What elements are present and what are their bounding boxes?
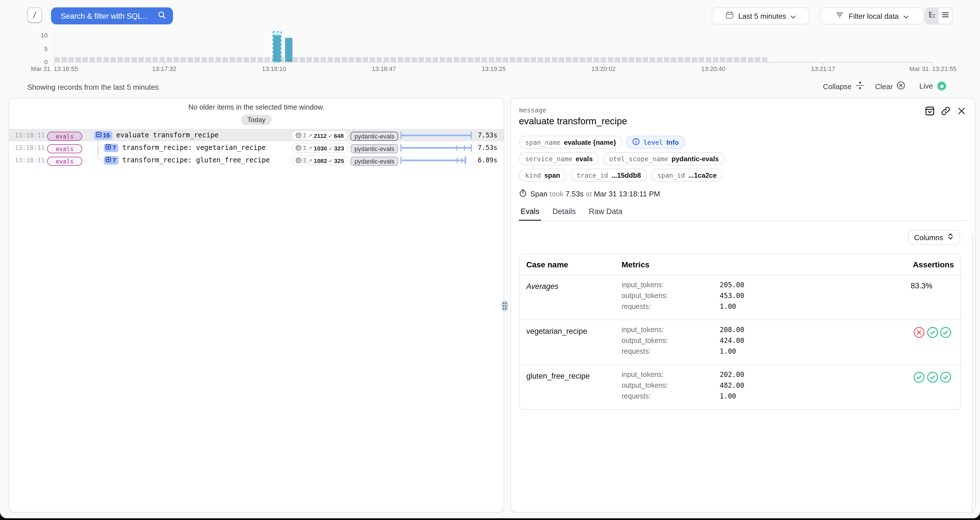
close-detail-button[interactable]	[956, 107, 966, 117]
no-older-items-notice: No older items in the selected time wind…	[9, 103, 504, 111]
arrow-up-right-icon: ↗	[308, 158, 312, 163]
duration-bar-tick	[461, 158, 463, 163]
duration-bar-tick	[464, 145, 465, 150]
tree-connector	[97, 153, 102, 160]
metric-value: 453.00	[720, 292, 745, 300]
columns-button[interactable]: Columns	[908, 230, 960, 245]
detail-scrollbar[interactable]	[972, 234, 973, 513]
tab-evals[interactable]: Evals	[519, 207, 541, 220]
tab-raw-data[interactable]: Raw Data	[587, 207, 624, 220]
trace-row[interactable]: 13:18:11evals7transform_recipe: gluten_f…	[9, 154, 504, 166]
clear-label: Clear	[875, 82, 892, 91]
case-name: Averages	[526, 281, 622, 313]
stats-column: Σ↗1082↙325	[291, 155, 350, 166]
token-stats[interactable]: Σ↗1082↙325	[291, 156, 348, 165]
trace-rows: 13:18:11evals16evaluate transform_recipe…	[9, 129, 504, 166]
assertions-cell	[886, 371, 954, 403]
collapse-button[interactable]: Collapse	[823, 81, 864, 91]
clear-button[interactable]: Clear	[875, 81, 905, 91]
token-stats[interactable]: Σ↗1030↙323	[291, 143, 348, 153]
assertion-pass-icon	[940, 371, 951, 386]
scope-badge[interactable]: pydantic-evals	[350, 144, 398, 153]
copy-link-button[interactable]	[940, 107, 950, 117]
metric-label: input_tokens:	[622, 371, 720, 379]
dock-panel-button[interactable]	[924, 107, 935, 117]
stats-column: Σ↗2112↙648	[291, 130, 350, 140]
x-axis-tick-label: Mar 31. 13:16:55	[31, 65, 78, 72]
attribute-pill-span_name[interactable]: span_nameevaluate {name}	[519, 136, 622, 149]
metric-label: requests:	[622, 392, 720, 400]
token-stats[interactable]: Σ↗2112↙648	[291, 131, 348, 140]
service-tag[interactable]: evals	[47, 156, 82, 166]
detail-header-actions	[924, 107, 966, 117]
duration-bar-line	[401, 134, 471, 136]
link-icon	[940, 106, 950, 118]
duration-label: 6.89s	[473, 156, 504, 164]
attribute-key: trace_id	[576, 171, 608, 179]
metric-label: output_tokens:	[622, 337, 720, 345]
panel-resize-handle[interactable]	[501, 301, 508, 311]
metric-value: 208.00	[720, 326, 745, 334]
tree-indent	[89, 129, 94, 141]
scope-badge[interactable]: pydantic-evals	[350, 131, 398, 140]
attribute-pill-level[interactable]: levelInfo	[627, 136, 685, 149]
span-count-badge[interactable]: 7	[104, 144, 118, 152]
attribute-pill-trace_id[interactable]: trace_id...15ddb8	[570, 169, 647, 182]
timing-part: took	[547, 190, 563, 198]
metric-line: input_tokens:205.00	[622, 281, 886, 289]
span-name: evaluate transform_recipe	[116, 131, 219, 139]
histogram-svg	[0, 30, 980, 70]
evals-table-row: vegetarian_recipeinput_tokens:208.00outp…	[520, 320, 961, 365]
histogram-bar[interactable]	[285, 38, 292, 62]
duration-label: 7.53s	[473, 131, 504, 139]
metric-line: requests:1.00	[622, 392, 886, 400]
attribute-pill-service_name[interactable]: service_nameevals	[519, 152, 599, 165]
attribute-value: span	[544, 171, 560, 179]
tag-column: evals	[47, 142, 89, 153]
metric-line: input_tokens:208.00	[622, 326, 886, 334]
child-count: 7	[113, 144, 116, 151]
trace-row[interactable]: 13:18:11evals16evaluate transform_recipe…	[9, 129, 504, 141]
service-tag[interactable]: evals	[47, 131, 82, 140]
span-count-badge[interactable]: 7	[104, 156, 118, 164]
duration-label: 7.53s	[473, 144, 504, 152]
live-toggle[interactable]: Live	[919, 81, 947, 91]
trace-timestamp: 13:18:11	[9, 144, 47, 151]
span-name: transform_recipe: vegetarian_recipe	[122, 144, 266, 152]
arrow-down-left-icon: ↙	[328, 132, 332, 138]
service-tag[interactable]: evals	[47, 144, 82, 153]
metrics-cell: input_tokens:205.00output_tokens:453.00r…	[622, 281, 886, 313]
arrow-down-left-icon: ↙	[328, 145, 332, 151]
live-label: Live	[919, 82, 933, 90]
attribute-pill-span_id[interactable]: span_id...1ca2ce	[651, 169, 723, 182]
trace-list-panel: No older items in the selected time wind…	[8, 97, 504, 513]
duration-bar-cap	[400, 131, 402, 139]
x-axis-tick-label: 13:18:10	[262, 65, 286, 72]
records-histogram[interactable]: 0510 Mar 31. 13:16:5513:17:3213:18:1013:…	[0, 0, 980, 74]
assertion-fail-icon	[913, 326, 925, 341]
tab-details[interactable]: Details	[551, 207, 578, 220]
attribute-value: ...15ddb8	[611, 171, 641, 179]
tokens-icon	[296, 143, 302, 153]
span-count-badge[interactable]: 16	[94, 131, 112, 139]
scope-badge[interactable]: pydantic-evals	[350, 156, 398, 166]
metric-label: input_tokens:	[622, 281, 720, 289]
span-attributes: span_nameevaluate {name}levelInfoservice…	[519, 136, 967, 182]
histogram-bar[interactable]	[274, 35, 281, 62]
live-indicator-icon	[937, 81, 947, 91]
attribute-pill-otel_scope_name[interactable]: otel_scope_namepydantic-evals	[603, 152, 725, 165]
assertion-pass-icon	[926, 371, 938, 386]
metric-line: output_tokens:482.00	[622, 381, 886, 389]
stopwatch-icon	[519, 189, 527, 199]
output-tokens-count: 325	[334, 157, 344, 164]
trace-row[interactable]: 13:18:11evals7transform_recipe: vegetari…	[9, 141, 504, 154]
span-timing: Span took 7.53s at Mar 31 13:18:11 PM	[519, 189, 967, 199]
metric-value: 482.00	[720, 381, 745, 389]
attribute-pill-kind[interactable]: kindspan	[519, 169, 566, 182]
arrow-down-left-icon: ↙	[328, 158, 332, 163]
attribute-key: service_name	[525, 155, 572, 163]
assertions-cell	[886, 326, 954, 358]
close-icon	[957, 107, 966, 117]
metric-line: requests:1.00	[622, 303, 886, 311]
collapse-icon	[856, 81, 864, 91]
